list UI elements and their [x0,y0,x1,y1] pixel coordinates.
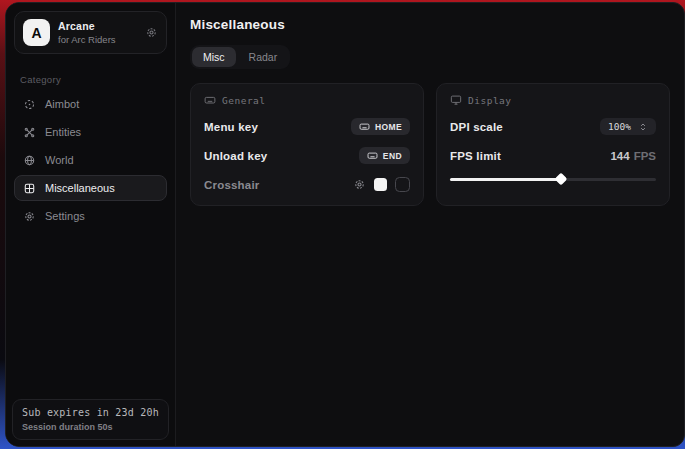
crosshair-color-swatch[interactable] [374,178,387,191]
app-subtitle: for Arc Riders [58,34,137,45]
entities-icon [23,126,36,139]
menu-key-row: Menu key HOME [204,118,410,135]
chevron-up-down-icon [638,122,648,132]
fps-limit-slider[interactable] [450,174,656,184]
slider-fill [450,178,561,181]
keyboard-icon [359,121,370,132]
sidebar-item-world[interactable]: World [14,147,167,173]
sidebar-item-label: Aimbot [45,98,79,110]
sidebar-item-label: Entities [45,126,81,138]
display-panel-header: Display [450,94,656,106]
tab-misc[interactable]: Misc [192,47,236,67]
menu-key-value: HOME [375,122,402,132]
sub-expiry-text: Sub expires in 23d 20h [22,407,159,418]
unload-key-bind-button[interactable]: END [359,147,410,164]
fps-limit-label: FPS limit [450,150,501,162]
main-content: Miscellaneous Misc Radar General Menu ke… [176,3,684,446]
sidebar-item-label: Miscellaneous [45,182,115,194]
fps-unit: FPS [634,150,656,162]
app-meta: Arcane for Arc Riders [58,20,137,45]
category-label: Category [20,74,161,85]
session-duration-text: Session duration 50s [22,422,159,432]
tab-radar[interactable]: Radar [238,47,289,67]
sidebar-item-label: Settings [45,210,85,222]
dpi-scale-label: DPI scale [450,121,503,133]
fps-limit-row: FPS limit 144FPS [450,147,656,164]
sidebar: A Arcane for Arc Riders Category Aimbot [6,3,176,446]
sidebar-item-miscellaneous[interactable]: Miscellaneous [14,175,167,201]
general-panel-title: General [222,95,266,106]
crosshair-checkbox[interactable] [395,177,410,192]
general-panel-header: General [204,94,410,106]
keyboard-icon [367,150,378,161]
crosshair-label: Crosshair [204,179,260,191]
crosshair-icon [23,98,36,111]
keyboard-icon [204,94,216,106]
sidebar-nav: Aimbot Entities World Miscellaneous [6,89,175,231]
unload-key-label: Unload key [204,150,267,162]
sidebar-item-settings[interactable]: Settings [14,203,167,229]
settings-icon [23,210,36,223]
menu-key-label: Menu key [204,121,258,133]
slider-thumb[interactable] [555,173,568,186]
slider-track[interactable] [450,178,656,181]
fps-number: 144 [610,150,629,162]
panels-row: General Menu key HOME Unload key [190,83,670,206]
dpi-scale-select[interactable]: 100% [600,118,656,135]
page-title: Miscellaneous [190,17,670,32]
fps-limit-value: 144FPS [610,150,656,162]
crosshair-row: Crosshair [204,176,410,193]
tab-bar: Misc Radar [190,45,290,69]
sidebar-item-entities[interactable]: Entities [14,119,167,145]
gear-icon[interactable] [145,26,158,39]
crosshair-settings-icon[interactable] [353,178,366,191]
monitor-icon [450,94,462,106]
app-window: A Arcane for Arc Riders Category Aimbot [5,2,685,447]
app-name: Arcane [58,20,137,32]
globe-icon [23,154,36,167]
avatar: A [23,19,50,46]
unload-key-value: END [383,151,402,161]
general-panel: General Menu key HOME Unload key [190,83,424,206]
subscription-card: Sub expires in 23d 20h Session duration … [12,399,169,440]
grid-icon [23,182,36,195]
dpi-scale-row: DPI scale 100% [450,118,656,135]
display-panel-title: Display [468,95,512,106]
app-card: A Arcane for Arc Riders [14,11,167,54]
sidebar-item-label: World [45,154,74,166]
menu-key-bind-button[interactable]: HOME [351,118,410,135]
dpi-scale-value: 100% [608,121,631,132]
display-panel: Display DPI scale 100% FPS limit 144FPS [436,83,670,206]
unload-key-row: Unload key END [204,147,410,164]
sidebar-item-aimbot[interactable]: Aimbot [14,91,167,117]
crosshair-controls [353,177,410,192]
